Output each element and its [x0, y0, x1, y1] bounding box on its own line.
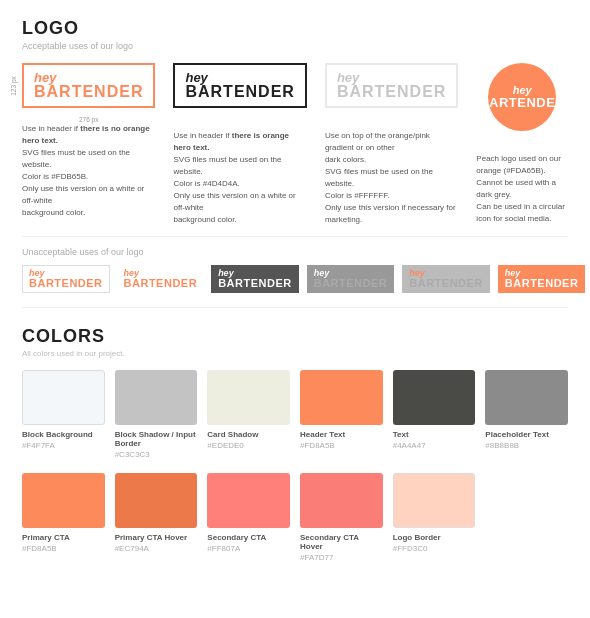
color-swatch-row2-0	[22, 473, 105, 528]
color-row-1: Block Background#F4F7FABlock Shadow / In…	[22, 370, 568, 459]
color-name-row1-4: Text	[393, 430, 476, 439]
logo-unacceptable-row: hey BARTENDER hey BARTENDER hey BARTENDE…	[22, 265, 568, 308]
color-hex-row1-5: #8B8B8B	[485, 441, 568, 450]
color-swatch-row2-4	[393, 473, 476, 528]
color-item-row2-1: Primary CTA Hover#EC794A	[115, 473, 198, 562]
logo-circle: hey BARTENDER	[488, 63, 556, 131]
colors-section: COLORS All colors used in our project. B…	[22, 326, 568, 562]
logo-item-ghost: hey BARTENDER Use on top of the orange/p…	[325, 63, 458, 226]
logo-bartender-1: BARTENDER	[34, 84, 143, 100]
color-swatch-row1-1	[115, 370, 198, 425]
logo-acceptable-subtitle: Acceptable uses of our logo	[22, 41, 568, 51]
color-item-row2-4: Logo Border#FFD3C0	[393, 473, 476, 562]
unac-box-6: hey BARTENDER	[498, 265, 586, 293]
color-item-row2-2: Secondary CTA#FF807A	[207, 473, 290, 562]
logo-bartender-circle: BARTENDER	[479, 96, 565, 109]
color-name-row1-3: Header Text	[300, 430, 383, 439]
unac-bar-4: BARTENDER	[314, 278, 388, 289]
color-name-row1-5: Placeholder Text	[485, 430, 568, 439]
color-hex-row2-1: #EC794A	[115, 544, 198, 553]
color-swatch-row1-0	[22, 370, 105, 425]
color-swatch-row2-3	[300, 473, 383, 528]
color-hex-row1-1: #C3C3C3	[115, 450, 198, 459]
logo-item-black: hey BARTENDER Use in header if there is …	[173, 63, 306, 226]
dim-width-label: 276 px	[22, 116, 155, 123]
unac-bar-6: BARTENDER	[505, 278, 579, 289]
color-swatch-row1-2	[207, 370, 290, 425]
color-hex-row2-2: #FF807A	[207, 544, 290, 553]
unac-bar-2: BARTENDER	[124, 278, 198, 289]
color-row-2: Primary CTA#FD8A5BPrimary CTA Hover#EC79…	[22, 473, 568, 562]
unacceptable-logo-1: hey BARTENDER	[22, 265, 110, 293]
logo-box-black: hey BARTENDER	[173, 63, 306, 108]
color-hex-row2-4: #FFD3C0	[393, 544, 476, 553]
color-item-row1-0: Block Background#F4F7FA	[22, 370, 105, 459]
color-item-row1-5: Placeholder Text#8B8B8B	[485, 370, 568, 459]
color-item-row1-4: Text#4A4A47	[393, 370, 476, 459]
logo-acceptable-row: 123 px hey BARTENDER 276 px Use in heade…	[22, 63, 568, 237]
color-swatch-row2-1	[115, 473, 198, 528]
colors-title: COLORS	[22, 326, 568, 347]
color-item-row2-3: Secondary CTA Hover#FA7D77	[300, 473, 383, 562]
color-swatch-row1-4	[393, 370, 476, 425]
color-name-row2-3: Secondary CTA Hover	[300, 533, 383, 551]
color-hex-row1-0: #F4F7FA	[22, 441, 105, 450]
color-name-row1-2: Card Shadow	[207, 430, 290, 439]
color-hex-row2-0: #FD8A5B	[22, 544, 105, 553]
logo-display-orange: 123 px hey BARTENDER	[22, 63, 155, 108]
unacceptable-logo-3: hey BARTENDER	[211, 265, 299, 293]
unac-bar-5: BARTENDER	[409, 278, 483, 289]
logo-display-black: hey BARTENDER	[173, 63, 306, 108]
unac-box-1: hey BARTENDER	[22, 265, 110, 293]
unacceptable-logo-4: hey BARTENDER	[307, 265, 395, 293]
color-name-row2-2: Secondary CTA	[207, 533, 290, 542]
logo-1: hey BARTENDER	[22, 63, 155, 108]
logo-desc-4: Peach logo used on our orange (#FDA65B).…	[476, 153, 568, 225]
color-item-row2-0: Primary CTA#FD8A5B	[22, 473, 105, 562]
unac-bar-3: BARTENDER	[218, 278, 292, 289]
color-item-row1-3: Header Text#FD8A5B	[300, 370, 383, 459]
color-item-row1-1: Block Shadow / Input Border#C3C3C3	[115, 370, 198, 459]
color-name-row1-0: Block Background	[22, 430, 105, 439]
logo-2: hey BARTENDER	[173, 63, 306, 108]
color-swatch-row2-5	[485, 473, 568, 528]
dim-height-label: 123 px	[10, 76, 17, 96]
logo-title: LOGO	[22, 18, 568, 39]
logo-bartender-2: BARTENDER	[185, 84, 294, 100]
logo-desc-1: Use in header if there is no orange hero…	[22, 123, 155, 219]
logo-item-circle: hey BARTENDER Peach logo used on our ora…	[476, 63, 568, 225]
color-hex-row1-2: #EDEDE0	[207, 441, 290, 450]
logo-desc-2: Use in header if there is orange hero te…	[173, 130, 306, 226]
logo-display-ghost: hey BARTENDER	[325, 63, 458, 108]
unacceptable-logo-5: hey BARTENDER	[402, 265, 490, 293]
page: LOGO Acceptable uses of our logo 123 px …	[0, 0, 590, 594]
color-swatch-row2-2	[207, 473, 290, 528]
unacceptable-label: Unacceptable uses of our logo	[22, 247, 568, 257]
color-hex-row2-3: #FA7D77	[300, 553, 383, 562]
unacceptable-logo-6: hey BARTENDER	[498, 265, 586, 293]
colors-note: All colors used in our project.	[22, 349, 568, 358]
logo-item-orange: 123 px hey BARTENDER 276 px Use in heade…	[22, 63, 155, 219]
color-name-row2-0: Primary CTA	[22, 533, 105, 542]
logo-box-ghost: hey BARTENDER	[325, 63, 458, 108]
color-item-row2-5	[485, 473, 568, 562]
logo-section: LOGO Acceptable uses of our logo 123 px …	[22, 18, 568, 308]
logo-desc-3: Use on top of the orange/pink gradient o…	[325, 130, 458, 226]
color-hex-row1-4: #4A4A47	[393, 441, 476, 450]
color-item-row1-2: Card Shadow#EDEDE0	[207, 370, 290, 459]
unacceptable-logo-2: hey BARTENDER	[118, 266, 204, 292]
color-swatch-row1-3	[300, 370, 383, 425]
unac-box-5: hey BARTENDER	[402, 265, 490, 293]
logo-3: hey BARTENDER	[325, 63, 458, 108]
color-name-row2-4: Logo Border	[393, 533, 476, 542]
color-swatch-row1-5	[485, 370, 568, 425]
logo-box-orange: hey BARTENDER	[22, 63, 155, 108]
unac-box-3: hey BARTENDER	[211, 265, 299, 293]
unac-bar-1: BARTENDER	[29, 278, 103, 289]
unac-box-2: hey BARTENDER	[118, 266, 204, 292]
logo-bartender-3: BARTENDER	[337, 84, 446, 100]
color-hex-row1-3: #FD8A5B	[300, 441, 383, 450]
color-name-row1-1: Block Shadow / Input Border	[115, 430, 198, 448]
unac-box-4: hey BARTENDER	[307, 265, 395, 293]
color-name-row2-1: Primary CTA Hover	[115, 533, 198, 542]
